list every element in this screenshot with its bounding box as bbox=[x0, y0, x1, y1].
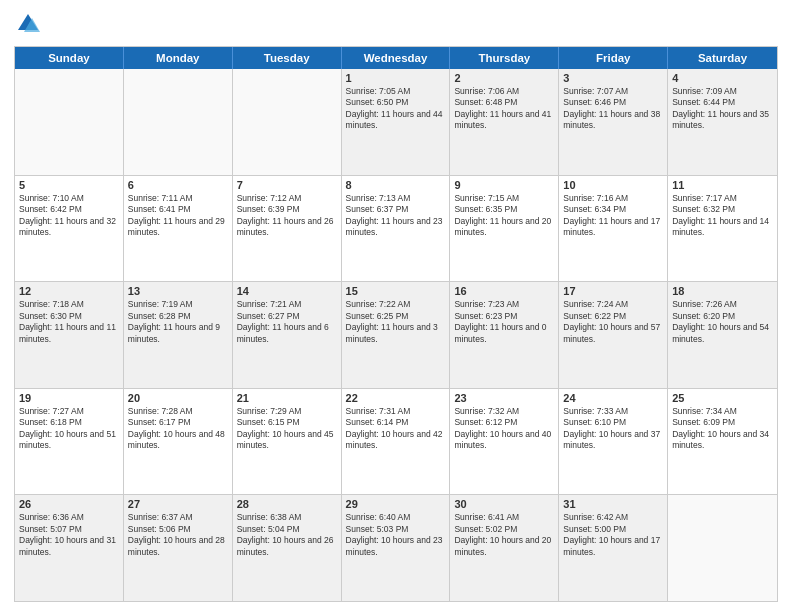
cell-info: Sunrise: 7:28 AMSunset: 6:17 PMDaylight:… bbox=[128, 406, 228, 452]
day-number: 10 bbox=[563, 179, 663, 191]
day-number: 22 bbox=[346, 392, 446, 404]
calendar-cell: 17Sunrise: 7:24 AMSunset: 6:22 PMDayligh… bbox=[559, 282, 668, 388]
cell-info: Sunrise: 7:23 AMSunset: 6:23 PMDaylight:… bbox=[454, 299, 554, 345]
header-day-friday: Friday bbox=[559, 47, 668, 69]
day-number: 20 bbox=[128, 392, 228, 404]
day-number: 28 bbox=[237, 498, 337, 510]
cell-info: Sunrise: 7:27 AMSunset: 6:18 PMDaylight:… bbox=[19, 406, 119, 452]
cell-info: Sunrise: 7:12 AMSunset: 6:39 PMDaylight:… bbox=[237, 193, 337, 239]
header-day-thursday: Thursday bbox=[450, 47, 559, 69]
calendar-cell: 8Sunrise: 7:13 AMSunset: 6:37 PMDaylight… bbox=[342, 176, 451, 282]
header bbox=[14, 10, 778, 38]
calendar: SundayMondayTuesdayWednesdayThursdayFrid… bbox=[14, 46, 778, 602]
cell-info: Sunrise: 7:16 AMSunset: 6:34 PMDaylight:… bbox=[563, 193, 663, 239]
calendar-row-3: 19Sunrise: 7:27 AMSunset: 6:18 PMDayligh… bbox=[15, 389, 777, 496]
calendar-body: 1Sunrise: 7:05 AMSunset: 6:50 PMDaylight… bbox=[15, 69, 777, 601]
day-number: 5 bbox=[19, 179, 119, 191]
day-number: 12 bbox=[19, 285, 119, 297]
cell-info: Sunrise: 7:31 AMSunset: 6:14 PMDaylight:… bbox=[346, 406, 446, 452]
calendar-cell: 29Sunrise: 6:40 AMSunset: 5:03 PMDayligh… bbox=[342, 495, 451, 601]
cell-info: Sunrise: 6:40 AMSunset: 5:03 PMDaylight:… bbox=[346, 512, 446, 558]
calendar-cell: 19Sunrise: 7:27 AMSunset: 6:18 PMDayligh… bbox=[15, 389, 124, 495]
logo bbox=[14, 10, 46, 38]
calendar-cell: 21Sunrise: 7:29 AMSunset: 6:15 PMDayligh… bbox=[233, 389, 342, 495]
cell-info: Sunrise: 6:41 AMSunset: 5:02 PMDaylight:… bbox=[454, 512, 554, 558]
calendar-row-4: 26Sunrise: 6:36 AMSunset: 5:07 PMDayligh… bbox=[15, 495, 777, 601]
cell-info: Sunrise: 7:34 AMSunset: 6:09 PMDaylight:… bbox=[672, 406, 773, 452]
calendar-cell: 20Sunrise: 7:28 AMSunset: 6:17 PMDayligh… bbox=[124, 389, 233, 495]
day-number: 21 bbox=[237, 392, 337, 404]
calendar-cell: 6Sunrise: 7:11 AMSunset: 6:41 PMDaylight… bbox=[124, 176, 233, 282]
calendar-cell: 9Sunrise: 7:15 AMSunset: 6:35 PMDaylight… bbox=[450, 176, 559, 282]
cell-info: Sunrise: 7:15 AMSunset: 6:35 PMDaylight:… bbox=[454, 193, 554, 239]
cell-info: Sunrise: 6:38 AMSunset: 5:04 PMDaylight:… bbox=[237, 512, 337, 558]
header-day-tuesday: Tuesday bbox=[233, 47, 342, 69]
cell-info: Sunrise: 7:33 AMSunset: 6:10 PMDaylight:… bbox=[563, 406, 663, 452]
cell-info: Sunrise: 7:21 AMSunset: 6:27 PMDaylight:… bbox=[237, 299, 337, 345]
calendar-cell: 10Sunrise: 7:16 AMSunset: 6:34 PMDayligh… bbox=[559, 176, 668, 282]
calendar-cell: 3Sunrise: 7:07 AMSunset: 6:46 PMDaylight… bbox=[559, 69, 668, 175]
calendar-cell: 13Sunrise: 7:19 AMSunset: 6:28 PMDayligh… bbox=[124, 282, 233, 388]
calendar-cell: 1Sunrise: 7:05 AMSunset: 6:50 PMDaylight… bbox=[342, 69, 451, 175]
calendar-cell: 15Sunrise: 7:22 AMSunset: 6:25 PMDayligh… bbox=[342, 282, 451, 388]
calendar-cell: 31Sunrise: 6:42 AMSunset: 5:00 PMDayligh… bbox=[559, 495, 668, 601]
calendar-cell: 24Sunrise: 7:33 AMSunset: 6:10 PMDayligh… bbox=[559, 389, 668, 495]
cell-info: Sunrise: 7:26 AMSunset: 6:20 PMDaylight:… bbox=[672, 299, 773, 345]
calendar-cell: 28Sunrise: 6:38 AMSunset: 5:04 PMDayligh… bbox=[233, 495, 342, 601]
cell-info: Sunrise: 7:09 AMSunset: 6:44 PMDaylight:… bbox=[672, 86, 773, 132]
day-number: 29 bbox=[346, 498, 446, 510]
calendar-cell: 11Sunrise: 7:17 AMSunset: 6:32 PMDayligh… bbox=[668, 176, 777, 282]
calendar-cell: 14Sunrise: 7:21 AMSunset: 6:27 PMDayligh… bbox=[233, 282, 342, 388]
calendar-cell: 26Sunrise: 6:36 AMSunset: 5:07 PMDayligh… bbox=[15, 495, 124, 601]
cell-info: Sunrise: 6:37 AMSunset: 5:06 PMDaylight:… bbox=[128, 512, 228, 558]
calendar-cell bbox=[233, 69, 342, 175]
day-number: 3 bbox=[563, 72, 663, 84]
calendar-cell bbox=[15, 69, 124, 175]
calendar-header: SundayMondayTuesdayWednesdayThursdayFrid… bbox=[15, 47, 777, 69]
header-day-wednesday: Wednesday bbox=[342, 47, 451, 69]
cell-info: Sunrise: 6:42 AMSunset: 5:00 PMDaylight:… bbox=[563, 512, 663, 558]
header-day-saturday: Saturday bbox=[668, 47, 777, 69]
day-number: 4 bbox=[672, 72, 773, 84]
calendar-cell: 4Sunrise: 7:09 AMSunset: 6:44 PMDaylight… bbox=[668, 69, 777, 175]
cell-info: Sunrise: 7:18 AMSunset: 6:30 PMDaylight:… bbox=[19, 299, 119, 345]
cell-info: Sunrise: 7:10 AMSunset: 6:42 PMDaylight:… bbox=[19, 193, 119, 239]
day-number: 18 bbox=[672, 285, 773, 297]
day-number: 19 bbox=[19, 392, 119, 404]
cell-info: Sunrise: 7:11 AMSunset: 6:41 PMDaylight:… bbox=[128, 193, 228, 239]
day-number: 11 bbox=[672, 179, 773, 191]
day-number: 9 bbox=[454, 179, 554, 191]
calendar-cell: 2Sunrise: 7:06 AMSunset: 6:48 PMDaylight… bbox=[450, 69, 559, 175]
day-number: 7 bbox=[237, 179, 337, 191]
header-day-monday: Monday bbox=[124, 47, 233, 69]
page: SundayMondayTuesdayWednesdayThursdayFrid… bbox=[0, 0, 792, 612]
day-number: 15 bbox=[346, 285, 446, 297]
cell-info: Sunrise: 7:19 AMSunset: 6:28 PMDaylight:… bbox=[128, 299, 228, 345]
day-number: 31 bbox=[563, 498, 663, 510]
day-number: 26 bbox=[19, 498, 119, 510]
calendar-cell: 30Sunrise: 6:41 AMSunset: 5:02 PMDayligh… bbox=[450, 495, 559, 601]
day-number: 2 bbox=[454, 72, 554, 84]
calendar-row-1: 5Sunrise: 7:10 AMSunset: 6:42 PMDaylight… bbox=[15, 176, 777, 283]
cell-info: Sunrise: 7:24 AMSunset: 6:22 PMDaylight:… bbox=[563, 299, 663, 345]
day-number: 16 bbox=[454, 285, 554, 297]
cell-info: Sunrise: 7:32 AMSunset: 6:12 PMDaylight:… bbox=[454, 406, 554, 452]
cell-info: Sunrise: 7:07 AMSunset: 6:46 PMDaylight:… bbox=[563, 86, 663, 132]
cell-info: Sunrise: 7:06 AMSunset: 6:48 PMDaylight:… bbox=[454, 86, 554, 132]
cell-info: Sunrise: 7:05 AMSunset: 6:50 PMDaylight:… bbox=[346, 86, 446, 132]
day-number: 27 bbox=[128, 498, 228, 510]
calendar-cell: 23Sunrise: 7:32 AMSunset: 6:12 PMDayligh… bbox=[450, 389, 559, 495]
calendar-cell bbox=[668, 495, 777, 601]
day-number: 1 bbox=[346, 72, 446, 84]
day-number: 25 bbox=[672, 392, 773, 404]
calendar-row-0: 1Sunrise: 7:05 AMSunset: 6:50 PMDaylight… bbox=[15, 69, 777, 176]
day-number: 24 bbox=[563, 392, 663, 404]
calendar-cell: 7Sunrise: 7:12 AMSunset: 6:39 PMDaylight… bbox=[233, 176, 342, 282]
calendar-cell: 27Sunrise: 6:37 AMSunset: 5:06 PMDayligh… bbox=[124, 495, 233, 601]
calendar-cell: 18Sunrise: 7:26 AMSunset: 6:20 PMDayligh… bbox=[668, 282, 777, 388]
calendar-cell bbox=[124, 69, 233, 175]
cell-info: Sunrise: 7:17 AMSunset: 6:32 PMDaylight:… bbox=[672, 193, 773, 239]
calendar-cell: 22Sunrise: 7:31 AMSunset: 6:14 PMDayligh… bbox=[342, 389, 451, 495]
day-number: 6 bbox=[128, 179, 228, 191]
calendar-row-2: 12Sunrise: 7:18 AMSunset: 6:30 PMDayligh… bbox=[15, 282, 777, 389]
